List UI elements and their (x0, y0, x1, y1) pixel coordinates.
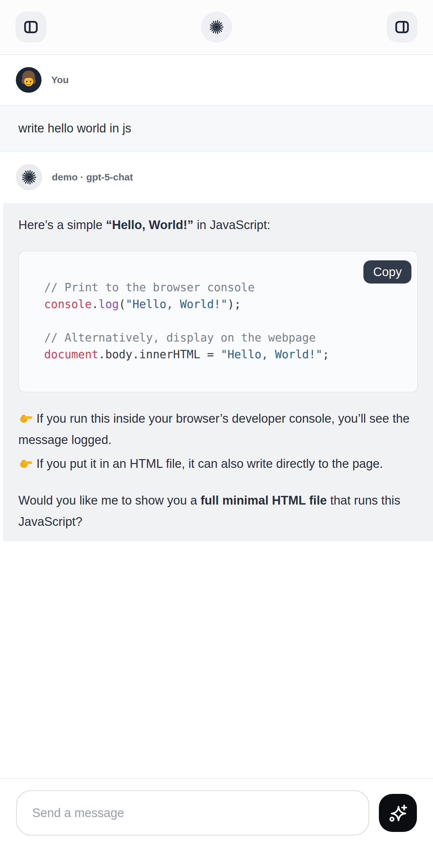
starburst-icon (209, 20, 224, 34)
pointing-right-emoji-icon (18, 410, 33, 425)
user-avatar (16, 67, 41, 93)
person-emoji-icon (16, 67, 41, 93)
code-line: document.body.innerHTML = "Hello, World!… (44, 346, 404, 363)
code-line (44, 313, 404, 329)
panel-right-icon (395, 20, 409, 34)
new-chat-button[interactable] (201, 11, 232, 42)
paragraph: Would you like me to show you a full min… (18, 490, 418, 532)
assistant-sender-row: demo · gpt-5-chat (0, 151, 433, 203)
copy-button[interactable]: Copy (363, 260, 411, 283)
message-input-placeholder: Send a message (32, 806, 124, 820)
assistant-intro: Here’s a simple “Hello, World!” in JavaS… (18, 216, 418, 234)
sparkle-plus-icon (388, 803, 408, 823)
code-line: console.log("Hello, World!"); (44, 296, 404, 313)
send-button[interactable] (379, 794, 417, 832)
code-block: Copy // Print to the browser consolecons… (18, 251, 418, 393)
code-line: // Print to the browser console (44, 279, 404, 296)
sidebar-toggle-button[interactable] (16, 11, 47, 42)
assistant-avatar (16, 164, 42, 190)
composer-bar: Send a message (0, 778, 433, 847)
user-sender-name: You (51, 74, 69, 85)
chat-empty-space (0, 541, 433, 778)
user-message-text: write hello world in js (18, 121, 131, 135)
user-message: write hello world in js (0, 105, 433, 151)
right-panel-toggle-button[interactable] (386, 11, 417, 42)
chat-app: You write hello world in js demo · gpt-5… (0, 0, 433, 868)
pointing-right-emoji-icon (18, 456, 33, 470)
assistant-message: Here’s a simple “Hello, World!” in JavaS… (3, 203, 433, 541)
paragraph: If you run this inside your browser’s de… (18, 408, 418, 451)
paragraph: If you put it in an HTML file, it can al… (18, 453, 418, 474)
code-content: // Print to the browser consoleconsole.l… (44, 279, 404, 363)
message-input[interactable]: Send a message (16, 790, 369, 835)
panel-left-icon (24, 20, 38, 34)
starburst-icon (22, 170, 36, 185)
top-bar (0, 0, 433, 55)
user-sender-row: You (0, 55, 433, 105)
assistant-paragraphs: If you run this inside your browser’s de… (18, 408, 418, 532)
assistant-sender-name: demo · gpt-5-chat (52, 172, 133, 183)
code-line: // Alternatively, display on the webpage (44, 329, 404, 346)
